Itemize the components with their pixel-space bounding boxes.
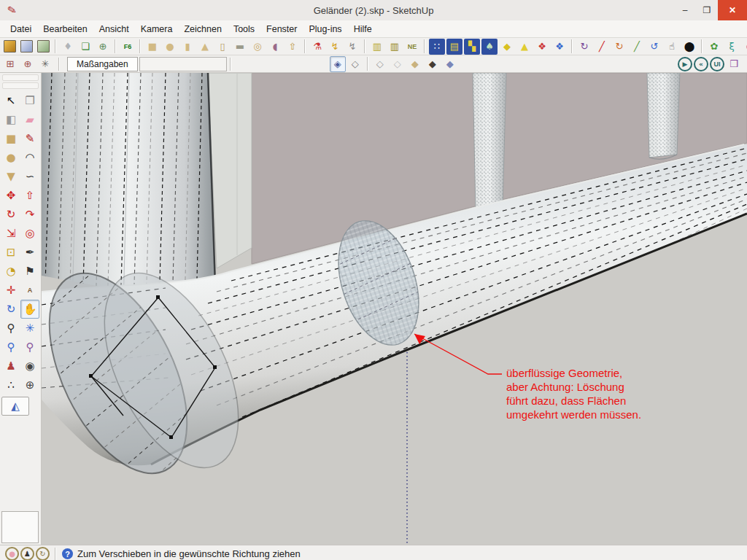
help-icon[interactable]: ?	[62, 548, 73, 559]
move-tool[interactable]: ✥	[1, 186, 20, 205]
rotate-purple-icon[interactable]: ↻	[576, 39, 592, 55]
f6-script-icon[interactable]: F6	[120, 39, 136, 55]
baluster-left[interactable]	[473, 73, 506, 213]
zoom-extents-tool[interactable]: ✳	[20, 319, 39, 338]
circle-tool[interactable]: ●	[1, 148, 20, 167]
style-monochrome-icon[interactable]: ◆	[442, 56, 458, 72]
line-red-icon[interactable]: ╱	[594, 39, 610, 55]
solid-box-icon[interactable]: ■	[144, 39, 160, 55]
orbit-tool[interactable]: ↻	[1, 300, 20, 319]
3d-text-tool[interactable]: A	[20, 281, 39, 300]
histogram-icon[interactable]: ▥	[369, 39, 385, 55]
credits-icon[interactable]: ↻	[36, 547, 50, 560]
nav-compass-tool[interactable]: ⊕	[20, 376, 39, 394]
std-view-cube-green-icon[interactable]	[37, 40, 50, 52]
minimize-button[interactable]: –	[674, 0, 696, 20]
offset-tool[interactable]: ◎	[20, 224, 39, 243]
menu-hilfe[interactable]: Hilfe	[348, 22, 378, 36]
baluster-right[interactable]	[647, 73, 680, 159]
ellipse-black-icon[interactable]: ⬤	[681, 39, 697, 55]
solid-blob-icon[interactable]: ◖	[267, 39, 283, 55]
select-tool[interactable]: ↖	[1, 91, 20, 110]
menu-tools[interactable]: Tools	[228, 22, 260, 36]
text-tool[interactable]: ⚑	[20, 262, 39, 281]
tape-measure-tool[interactable]: ⊡	[1, 243, 20, 262]
rectangle-tool[interactable]: ■	[1, 129, 20, 148]
arc-tool[interactable]: ◠	[20, 148, 39, 167]
polygon-tool[interactable]: ▼	[1, 167, 20, 186]
solid-pump-icon[interactable]: ⇧	[285, 39, 301, 55]
squiggle-teal-icon[interactable]: ξ	[724, 39, 740, 55]
tile-dots-icon[interactable]: ∷	[429, 39, 445, 55]
follow-me-tool[interactable]: ↷	[20, 205, 39, 224]
line-tool[interactable]: ✎	[20, 129, 39, 148]
anim-play-icon[interactable]: ▶	[678, 57, 692, 71]
menu-datei[interactable]: Datei	[4, 22, 37, 36]
position-camera-tool[interactable]: ♟	[1, 357, 20, 376]
geolocation-icon[interactable]: ●	[5, 547, 19, 560]
3d-viewport[interactable]: überflüssige Geometrie, aber Achtung: Lö…	[42, 73, 747, 545]
style-xray-icon[interactable]: ◈	[330, 56, 346, 72]
tile-tree-icon[interactable]: ♠	[481, 39, 498, 55]
push-pull-tool[interactable]: ⇧	[20, 186, 39, 205]
menu-kamera[interactable]: Kamera	[135, 22, 179, 36]
claim-model-icon[interactable]: ♟	[20, 547, 34, 560]
close-button[interactable]: ✕	[718, 0, 747, 20]
rotate-blue-icon[interactable]: ↺	[646, 39, 662, 55]
measurements-field[interactable]	[139, 57, 227, 71]
walk-tool[interactable]: ∴	[1, 376, 20, 394]
tile-film-icon[interactable]: ▚	[464, 39, 480, 55]
key-magenta-icon[interactable]: φ	[741, 39, 747, 55]
axes-tool[interactable]: ✛	[1, 281, 20, 300]
rotate-orange-icon[interactable]: ↻	[611, 39, 627, 55]
std-view-cube-blue-icon[interactable]	[20, 40, 33, 52]
geodesic-sphere-icon[interactable]: ⊕	[95, 39, 111, 55]
menu-bearbeiten[interactable]: Bearbeiten	[37, 22, 93, 36]
solid-cone-icon[interactable]: ▲	[197, 39, 213, 55]
solid-slab-icon[interactable]: ▬	[232, 39, 248, 55]
anim-rewind-icon[interactable]: «	[694, 57, 708, 71]
divide-circle-icon[interactable]: ⊕	[20, 56, 36, 72]
autofold-strike-icon[interactable]: ↯	[327, 39, 343, 55]
plugin-box-icon[interactable]: ❒	[726, 56, 742, 72]
component-anchor-icon[interactable]: ❏	[77, 39, 93, 55]
zoom-tool[interactable]: ⚲	[1, 319, 20, 338]
dimension-tool[interactable]: ✒	[20, 243, 39, 262]
solid-sphere-icon[interactable]: ●	[162, 39, 178, 55]
menu-fenster[interactable]: Fenster	[260, 22, 303, 36]
shield-icon[interactable]: ♦	[60, 39, 76, 55]
maximize-button[interactable]: ❐	[696, 0, 718, 20]
style-shaded-icon[interactable]: ◆	[407, 56, 423, 72]
menu-plug-ins[interactable]: Plug-ins	[303, 22, 347, 36]
hand-click-icon[interactable]: ☝	[664, 39, 680, 55]
pan-tool[interactable]: ✋	[20, 300, 39, 319]
make-component-tool[interactable]: ❐	[20, 91, 39, 110]
look-around-tool[interactable]: ◉	[20, 357, 39, 376]
gem-diamond-icon[interactable]: ◆	[499, 39, 515, 55]
view-next-tool[interactable]: ⚲	[20, 338, 39, 357]
line-green-icon[interactable]: ╱	[629, 39, 645, 55]
toolbar-grip[interactable]	[2, 74, 39, 81]
style-wireframe-icon[interactable]: ◇	[372, 56, 388, 72]
section-plane-tool[interactable]: ◭	[1, 397, 29, 416]
style-hiddenline-icon[interactable]: ◇	[390, 56, 406, 72]
ne-icon[interactable]: NE	[404, 39, 420, 55]
divide-grid-icon[interactable]: ⊞	[2, 56, 18, 72]
protractor-tool[interactable]: ◔	[1, 262, 20, 281]
menu-ansicht[interactable]: Ansicht	[93, 22, 135, 36]
histogram-alt-icon[interactable]: ▥	[387, 39, 403, 55]
std-view-cube-gold-icon[interactable]	[4, 40, 16, 52]
palette-blue-icon[interactable]: ❖	[551, 39, 568, 55]
menu-zeichnen[interactable]: Zeichnen	[178, 22, 227, 36]
autofold-strike-alt-icon[interactable]: ↯	[344, 39, 360, 55]
palette-red-icon[interactable]: ❖	[534, 39, 550, 55]
toolbar-grip[interactable]	[2, 82, 39, 89]
freehand-tool[interactable]: ∽	[20, 167, 39, 186]
divide-pie-icon[interactable]: ✳	[37, 56, 53, 72]
rotate-tool[interactable]: ↻	[1, 205, 20, 224]
ui-circle-icon[interactable]: UI	[710, 57, 724, 71]
leaf-green-icon[interactable]: ✿	[706, 39, 722, 55]
gem-cone-icon[interactable]: ▲	[516, 39, 533, 55]
solid-cylinder-icon[interactable]: ▮	[179, 39, 196, 55]
solid-tube-icon[interactable]: ▯	[214, 39, 231, 55]
